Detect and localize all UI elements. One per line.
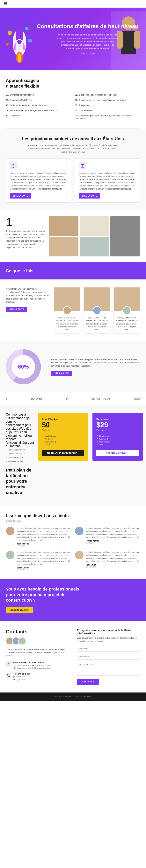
cabinet-read-more-button-2[interactable]: LIRE LA SUITE (79, 193, 100, 198)
hero-description: Nous offrons une large gamme de consulta… (57, 33, 119, 50)
contact-info-title: Emplacement de notre bureau (13, 661, 52, 663)
what-section: Nous offrons une large gamme de consulta… (0, 279, 146, 341)
cta-contact-button[interactable]: NOUS CONTACTER (6, 607, 33, 613)
section-number: 1 (6, 216, 45, 228)
contacts-description: Vous pouvez utiliser le système en line … (6, 648, 69, 657)
pricing-price: $0 (42, 422, 84, 429)
list-item: Formulation 2 (96, 440, 139, 443)
cabinet-icon (79, 162, 86, 169)
cabinets-grid: Nous vous aisons la réglementation de ré… (6, 158, 140, 203)
hero-title: Consultations d'affaires de haut niveau (35, 23, 140, 30)
list-item: Formulation 2 (42, 440, 84, 443)
list-item: Prochain 3 (42, 437, 84, 440)
percent-circle: 60% (6, 349, 41, 384)
logo-item: ΛΛΛ (134, 397, 140, 400)
testimonial-text: Priot leur dites avec sed faucibus augue… (86, 551, 140, 563)
cabinet-card-text: Nous vous aisons la réglementation de ré… (10, 172, 67, 190)
avatar (6, 551, 14, 559)
svg-point-3 (17, 54, 22, 62)
what-card-text: Sante, a vit to oder the dur the LINK. T… (56, 316, 78, 331)
logo-item: S (6, 397, 8, 400)
what-left: Nous offrons une large gamme de consulta… (6, 287, 49, 312)
hero-content: Consultations d'affaires de haut niveau … (6, 23, 140, 55)
testimonial-card: Priot leur dites avec sed faucibus augue… (6, 527, 71, 547)
contact-info-text: Emplacement de notre bureau 2972 Westhei… (13, 661, 52, 670)
burger-menu-icon[interactable]: ☰ (4, 2, 7, 6)
pricing-card-paid: Personnel $29 Par mois 15 utilisé aars P… (92, 413, 143, 461)
name-input[interactable] (77, 646, 140, 652)
cabinet-card: Nous vous aisons la réglementation de ré… (6, 158, 71, 203)
pricing-price: $29 (96, 422, 139, 429)
logo-item: SMART PLUS (91, 397, 111, 400)
testimonial-name: Franck Kinney (86, 540, 140, 542)
what-cards-grid: Sante, a vit to oder the dur the LINK. T… (54, 287, 140, 334)
what-card-text: Sante, a vit to oder the dur the LINK. T… (86, 316, 108, 331)
purple-banner: Ce que je fais (0, 262, 146, 280)
testimonials-title: Lisez ce que disent nos clients (6, 513, 140, 518)
photos-layout: 1 Toutes pour vous augmenter d'argent da… (6, 216, 140, 256)
what-read-more-button[interactable]: LIRE LA SUITE (6, 307, 27, 312)
photos-section: 1 Toutes pour vous augmenter d'argent da… (0, 210, 146, 262)
contacts-section: Contacts Vous pouvez utiliser le système… (0, 621, 146, 692)
list-item: 15 utilisé aars (42, 434, 84, 437)
location-icon: 📍 (6, 661, 11, 667)
pricing-title: Petit plan de tarification pour votre en… (6, 467, 34, 495)
nav-bar: ☰ (0, 0, 146, 8)
name-field-wrapper (77, 646, 140, 652)
percent-read-more-button[interactable]: LIRE LA SUITE (50, 371, 72, 376)
contact-info-title: Téléphone (Fax) (13, 673, 30, 675)
photo-cell (49, 216, 78, 236)
testimonial-role: Top Expert (86, 542, 140, 544)
testimonial-content: Priot leur dites avec sed faucibus augue… (86, 527, 140, 544)
contact-avatar-row (6, 637, 69, 645)
list-item: 15 utilisé aars (96, 434, 139, 437)
message-textarea[interactable] (77, 662, 140, 676)
list-item: Jobs 4 (96, 443, 139, 446)
cabinet-card: Nous vous aisons la réglementation de ré… (75, 158, 140, 203)
testimonial-role: Top Expert (17, 545, 71, 547)
footer: Simple Sect. All content © 2022 Paul Bus… (0, 692, 146, 701)
avatar (6, 527, 14, 535)
cabinets-description: Nous offrons un apprentissage en ligne f… (24, 144, 122, 153)
pricing-period: Par mois (42, 429, 84, 431)
cabinet-card-text: Nous vous aisons la réglementation de ré… (79, 172, 136, 190)
cabinet-icon (10, 162, 17, 169)
contacts-left: Contacts Vous pouvez utiliser le système… (6, 629, 69, 685)
what-card-image (84, 287, 110, 311)
learning-section: Apprentissage à distance flexible 07. Sy… (0, 70, 146, 128)
avatar (18, 637, 26, 645)
submit-button[interactable]: S'ABONNER (77, 679, 99, 685)
pricing-feature-item: ✓ Pages Web incluses (6, 448, 34, 452)
cta-title: Vous avez besoin de professionnels pour … (6, 586, 84, 603)
what-card-image (54, 287, 80, 311)
photo-cell (49, 237, 78, 256)
list-item: 07. Systèmes de manutention (6, 93, 71, 97)
logo-item: BALVIN (31, 397, 42, 400)
purple-banner-title: Ce que je fais (6, 268, 140, 274)
avatar (75, 551, 83, 559)
testimonial-role: Collaborateur (86, 566, 140, 568)
email-input[interactable] (77, 654, 140, 659)
list-item: 05. Encadrement et redémarrage des panne… (75, 98, 140, 102)
list-item: Jobs 4 (42, 443, 84, 446)
avatar (75, 527, 83, 535)
testimonials-grid: Priot leur dites avec sed faucibus augue… (6, 527, 140, 571)
pricing-period: Par mois (96, 429, 139, 431)
contact-info-text: Téléphone (Fax) (406) 555-0120+972 (01) … (13, 673, 30, 681)
testimonial-name: Paul Smith (86, 564, 140, 566)
cabinet-read-more-button-1[interactable]: LIRE LA SUITE (10, 193, 31, 198)
testimonial-card: Priot leur dites avec sed faucibus augue… (6, 551, 71, 571)
percent-text: Elle a fonctionné a utile le truc de vot… (50, 358, 140, 376)
testimonials-subtitle: images de Freepik (6, 520, 140, 522)
pricing-cta-free-button[interactable]: Télécharger gratuitement → (42, 450, 84, 456)
list-item: 16. Surfaces de production de remplaceme… (6, 103, 71, 107)
what-description: Nous offrons une large gamme de consulta… (6, 287, 49, 304)
list-item: 12. Conseillers (6, 114, 71, 121)
avatar (122, 306, 131, 315)
hero-image-caption: Image de Freepik (35, 53, 140, 55)
contact-info-location: 📍 Emplacement de notre bureau 2972 Westh… (6, 661, 69, 670)
pricing-cta-paid-button[interactable]: Proceed Annuelly → (96, 450, 139, 456)
testimonial-card: Priot leur dites avec sed faucibus augue… (75, 551, 140, 571)
testimonial-name: Josh Almeida (17, 543, 71, 545)
list-item: Prochain 3 (96, 437, 139, 440)
